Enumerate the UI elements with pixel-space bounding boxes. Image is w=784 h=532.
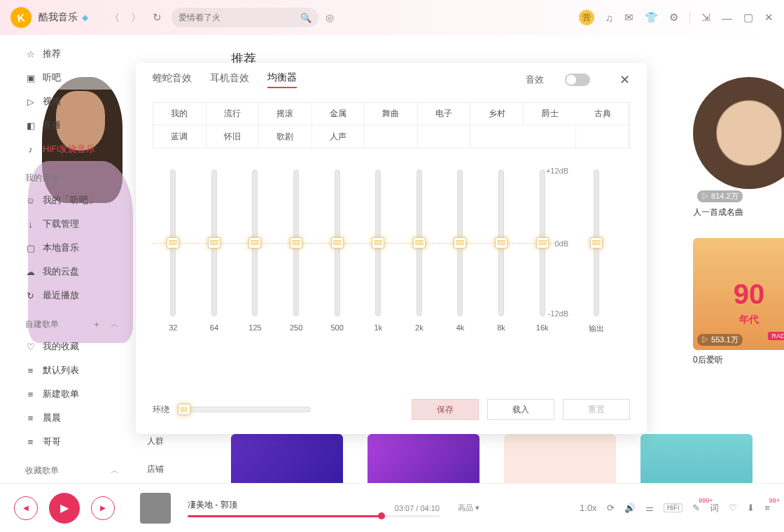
skin-icon[interactable]: 👕: [645, 11, 658, 24]
reset-button[interactable]: 重置: [563, 399, 630, 420]
sidebar-item[interactable]: ♪HiFi发烧音乐: [0, 137, 133, 161]
output-knob[interactable]: [590, 237, 603, 248]
quality-selector[interactable]: 高品 ▾: [458, 503, 479, 513]
progress-handle[interactable]: [378, 512, 385, 519]
preset-cell[interactable]: 古典: [576, 103, 629, 125]
playlist-icon[interactable]: ≡: [764, 503, 770, 513]
sidebar-item[interactable]: ☁我的云盘: [0, 260, 133, 284]
eq-icon[interactable]: ⚌: [645, 503, 654, 513]
tab-headphone-fx[interactable]: 耳机音效: [210, 72, 249, 88]
load-button[interactable]: 载入: [487, 399, 554, 420]
eq-slider[interactable]: [457, 169, 463, 316]
preset-cell[interactable]: 歌剧: [259, 125, 312, 148]
user-avatar-icon[interactable]: 营: [579, 10, 594, 25]
eq-knob[interactable]: [290, 237, 302, 248]
sidebar-item[interactable]: ≡哥哥: [0, 430, 133, 454]
settings-icon[interactable]: ⚙: [669, 11, 678, 24]
minimize-icon[interactable]: —: [722, 12, 732, 24]
surround-knob[interactable]: [178, 404, 190, 415]
preset-cell[interactable]: 蓝调: [153, 125, 206, 148]
eq-slider[interactable]: [252, 169, 258, 316]
mini-card[interactable]: [368, 434, 479, 483]
next-button[interactable]: ►: [91, 496, 115, 520]
sidebar-item[interactable]: ↻最近播放: [0, 284, 133, 307]
nav-forward-icon[interactable]: 〉: [131, 11, 141, 24]
save-button[interactable]: 保存: [412, 399, 479, 420]
nav-back-icon[interactable]: 〈: [109, 11, 120, 24]
prev-button[interactable]: ◄: [14, 496, 38, 520]
search-icon[interactable]: 🔍: [300, 13, 312, 23]
hifi-badge[interactable]: HiFi: [664, 503, 683, 512]
eq-knob[interactable]: [167, 237, 179, 248]
preset-cell[interactable]: 流行: [206, 103, 260, 125]
eq-knob[interactable]: [248, 237, 261, 248]
sidebar-item[interactable]: ☆推荐: [0, 42, 133, 66]
output-slider[interactable]: [594, 169, 599, 316]
preset-cell[interactable]: 我的: [153, 103, 206, 125]
volume-icon[interactable]: 🔊: [624, 503, 636, 513]
preset-cell[interactable]: 怀旧: [206, 125, 260, 148]
eq-slider[interactable]: [375, 169, 381, 316]
search-box[interactable]: 🔍: [172, 8, 318, 27]
surround-slider[interactable]: [178, 407, 311, 412]
eq-slider[interactable]: [211, 169, 217, 316]
eq-knob[interactable]: [454, 237, 466, 248]
sidebar-item[interactable]: ▣听吧: [0, 66, 133, 90]
sidebar-item[interactable]: ▢本地音乐: [0, 236, 133, 260]
listen-icon[interactable]: ♫: [606, 12, 613, 24]
preset-cell[interactable]: 乡村: [470, 103, 524, 125]
message-icon[interactable]: ✉: [624, 11, 634, 24]
tab-viper-fx[interactable]: 蝰蛇音效: [153, 72, 192, 88]
progress-bar[interactable]: 03:07 / 04:10: [188, 515, 440, 517]
sidebar-item[interactable]: ≡新建歌单: [0, 382, 133, 406]
preset-cell[interactable]: 爵士: [524, 103, 577, 125]
sidebar-item[interactable]: ☺我的「听吧」: [0, 188, 133, 212]
eq-knob[interactable]: [413, 237, 426, 248]
maximize-icon[interactable]: ▢: [743, 11, 753, 24]
download-icon[interactable]: ⬇: [747, 503, 755, 513]
voice-search-icon[interactable]: ◎: [326, 12, 334, 23]
eq-knob[interactable]: [208, 237, 220, 248]
eq-slider[interactable]: [498, 169, 504, 316]
preset-cell[interactable]: 人声: [312, 125, 365, 148]
preset-cell[interactable]: 电子: [418, 103, 471, 125]
mini-card[interactable]: [640, 434, 752, 483]
collapse-self-icon[interactable]: ︿: [111, 318, 119, 330]
preset-cell[interactable]: 舞曲: [365, 103, 418, 125]
playlist-title[interactable]: 0后爱听: [693, 354, 784, 366]
eq-knob[interactable]: [331, 237, 344, 248]
playlist-cover[interactable]: [693, 77, 784, 189]
eq-slider[interactable]: [293, 169, 299, 316]
sidebar-item[interactable]: ≡晨晨: [0, 406, 133, 430]
collapse-fav-icon[interactable]: ︿: [111, 465, 119, 477]
sidebar-item[interactable]: ♡我的收藏: [0, 335, 133, 358]
mini-mode-icon[interactable]: ⇲: [701, 11, 710, 24]
add-playlist-icon[interactable]: ＋: [92, 318, 101, 330]
play-button[interactable]: ▶: [49, 493, 80, 524]
category-label[interactable]: 店铺: [147, 455, 164, 483]
modal-close-icon[interactable]: ✕: [620, 72, 630, 88]
fx-toggle[interactable]: [565, 74, 590, 86]
now-playing-cover[interactable]: [140, 493, 171, 524]
eq-slider[interactable]: [170, 169, 176, 316]
playlist-cover[interactable]: 90 年代 RADIO ▷ 553.1万: [693, 238, 784, 350]
close-icon[interactable]: ✕: [764, 11, 774, 24]
mini-card[interactable]: [231, 434, 343, 483]
search-input[interactable]: [178, 13, 300, 22]
eq-slider[interactable]: [416, 169, 422, 316]
eq-knob[interactable]: [495, 237, 507, 248]
preset-cell[interactable]: 摇滚: [259, 103, 312, 125]
nav-reload-icon[interactable]: ↻: [153, 11, 162, 24]
eq-slider[interactable]: [335, 169, 340, 316]
comment-icon[interactable]: ✎: [692, 503, 700, 513]
sidebar-item[interactable]: ▷视频: [0, 90, 133, 113]
sidebar-item[interactable]: ◧直播: [0, 113, 133, 137]
eq-knob[interactable]: [372, 237, 384, 248]
repeat-icon[interactable]: ⟳: [607, 503, 615, 513]
playlist-title[interactable]: 人一首成名曲: [693, 206, 784, 218]
like-icon[interactable]: ♡: [729, 503, 737, 513]
sidebar-item[interactable]: ↓下载管理: [0, 212, 133, 236]
preset-cell[interactable]: 金属: [312, 103, 365, 125]
mini-card[interactable]: [504, 434, 616, 483]
tab-equalizer[interactable]: 均衡器: [267, 71, 297, 88]
